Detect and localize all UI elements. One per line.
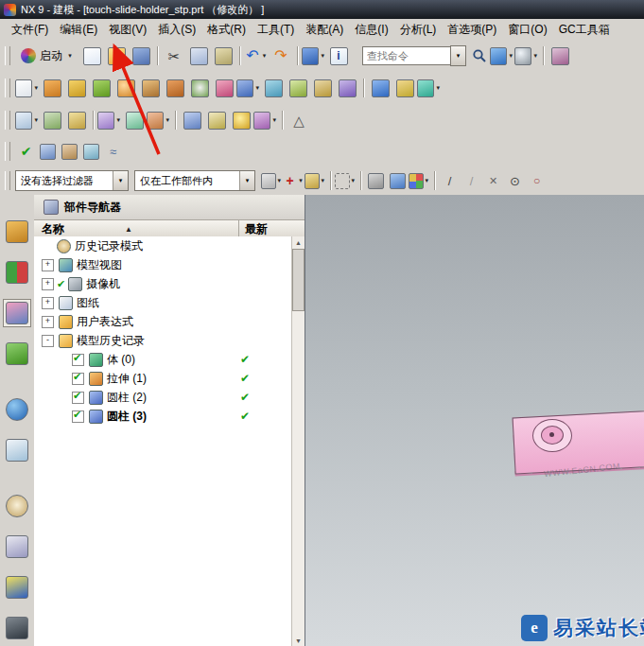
wave-link-button[interactable]: ▾ bbox=[417, 76, 442, 100]
scroll-down-icon[interactable]: ▼ bbox=[295, 635, 302, 646]
web-browser-tab[interactable] bbox=[3, 436, 31, 464]
toolbar-grip[interactable] bbox=[5, 171, 10, 190]
scrollbar-thumb[interactable] bbox=[292, 249, 305, 311]
information-button[interactable]: i bbox=[326, 44, 351, 68]
toolbar-grip[interactable] bbox=[5, 111, 10, 130]
tree-row[interactable]: - 模型历史记录 bbox=[34, 331, 292, 350]
history-tab[interactable] bbox=[3, 492, 31, 520]
menu-item[interactable]: 分析(L) bbox=[394, 20, 443, 40]
column-latest[interactable]: 最新 bbox=[238, 220, 268, 237]
menu-item[interactable]: 文件(F) bbox=[6, 20, 54, 40]
filter-face-button[interactable]: ▾ bbox=[261, 170, 283, 192]
expand-toggle[interactable] bbox=[59, 411, 69, 422]
deviation-gauge-button[interactable] bbox=[37, 141, 59, 163]
tree-row[interactable]: 历史记录模式 bbox=[34, 236, 292, 255]
tree-row[interactable]: + 图纸 bbox=[34, 293, 292, 312]
menu-item[interactable]: 信息(I) bbox=[349, 20, 393, 40]
scroll-up-icon[interactable]: ▲ bbox=[295, 236, 302, 248]
move-face-button[interactable]: ▾ bbox=[147, 108, 171, 132]
display-mode-button[interactable] bbox=[180, 108, 204, 132]
column-name[interactable]: 名称 bbox=[34, 221, 64, 237]
revolve-button[interactable] bbox=[163, 76, 187, 100]
graphics-area[interactable]: WWW.EaCN.COM e 易采站长站 bbox=[305, 195, 644, 646]
expand-toggle[interactable]: - bbox=[42, 335, 54, 347]
menu-item[interactable]: 工具(T) bbox=[252, 20, 300, 40]
reuse-library-tab[interactable] bbox=[3, 340, 31, 368]
datum-plane-button[interactable]: ▾ bbox=[15, 108, 40, 132]
expand-toggle[interactable] bbox=[59, 393, 69, 403]
highlight-button[interactable]: ▾ bbox=[305, 170, 326, 192]
part-plate[interactable] bbox=[513, 410, 644, 475]
cut-button[interactable]: ✂ bbox=[162, 44, 186, 68]
snap-points-button[interactable]: ▾ bbox=[409, 170, 430, 192]
toolbar-grip[interactable] bbox=[5, 46, 10, 65]
menu-item[interactable]: 装配(A) bbox=[300, 20, 349, 40]
cylinder-button[interactable] bbox=[64, 76, 89, 100]
menu-item[interactable]: GC工具箱 bbox=[553, 20, 616, 40]
snap-quadrant-button[interactable]: ○ bbox=[526, 170, 548, 192]
undo-button[interactable]: ↶ ▾ bbox=[244, 44, 269, 68]
expand-toggle[interactable]: + bbox=[42, 297, 54, 309]
assembly-navigator-tab[interactable] bbox=[3, 218, 31, 246]
cone-button[interactable] bbox=[89, 76, 113, 100]
snap-end-button[interactable]: / bbox=[439, 170, 461, 192]
selection-filter-combo[interactable]: 没有选择过滤器 ▾ bbox=[15, 170, 129, 191]
sketch-button[interactable]: ▾ bbox=[15, 76, 40, 100]
toolbar-grip[interactable] bbox=[5, 142, 10, 161]
section-analysis-button[interactable] bbox=[59, 141, 80, 163]
open-button[interactable] bbox=[104, 44, 129, 68]
process-studio-tab[interactable] bbox=[3, 533, 31, 561]
copy-button[interactable] bbox=[186, 44, 211, 68]
assembly-constraints-button[interactable] bbox=[368, 76, 392, 100]
command-search-input[interactable] bbox=[362, 46, 450, 65]
menu-item[interactable]: 格式(R) bbox=[201, 20, 252, 40]
expand-toggle[interactable] bbox=[42, 241, 52, 252]
start-menu-button[interactable]: 启动 ▾ bbox=[15, 44, 79, 68]
trim-body-button[interactable] bbox=[335, 76, 359, 100]
show-wireframe-button[interactable] bbox=[387, 170, 409, 192]
measure-angle-button[interactable] bbox=[122, 108, 147, 132]
menu-item[interactable]: 视图(V) bbox=[103, 20, 152, 40]
reflection-analysis-button[interactable] bbox=[80, 141, 102, 163]
curve-analysis-button[interactable]: ≈ bbox=[102, 141, 124, 163]
chevron-down-icon[interactable]: ▾ bbox=[239, 171, 254, 190]
roles-tab[interactable] bbox=[3, 614, 31, 642]
measure-distance-button[interactable]: ▾ bbox=[97, 108, 122, 132]
chamfer-button[interactable] bbox=[286, 76, 310, 100]
shell-button[interactable] bbox=[310, 76, 335, 100]
redo-button[interactable]: ↷ bbox=[269, 44, 293, 68]
constraint-navigator-tab[interactable] bbox=[3, 258, 31, 287]
toolbar-grip[interactable] bbox=[5, 79, 10, 97]
edit-section-button[interactable] bbox=[548, 44, 572, 68]
tree-row[interactable]: + 用户表达式 bbox=[34, 312, 292, 331]
suppress-checkbox[interactable]: ✔ bbox=[72, 392, 84, 404]
chevron-down-icon[interactable]: ▾ bbox=[113, 171, 128, 190]
tree-row[interactable]: ✔ 拉伸 (1) ✔ bbox=[34, 369, 292, 388]
navigator-scrollbar[interactable]: ▲ ▼ bbox=[291, 236, 305, 646]
snap-mid-button[interactable]: / bbox=[461, 170, 482, 192]
reset-layout-button[interactable]: ▾ bbox=[490, 44, 514, 68]
sort-ascending-icon[interactable]: ▲ bbox=[125, 225, 132, 234]
snap-angle-button[interactable]: △ bbox=[287, 108, 311, 132]
part-navigator-tab[interactable] bbox=[3, 299, 31, 327]
layer-settings-button[interactable] bbox=[204, 108, 229, 132]
expand-toggle[interactable]: + bbox=[42, 259, 54, 271]
snap-center-button[interactable]: ⊙ bbox=[504, 170, 526, 192]
tree-row[interactable]: + 模型视图 bbox=[34, 255, 292, 274]
new-part-button[interactable] bbox=[79, 44, 104, 68]
paste-button[interactable] bbox=[211, 44, 235, 68]
hd3d-tools-tab[interactable] bbox=[3, 395, 31, 424]
suppress-checkbox[interactable]: ✔ bbox=[72, 373, 84, 385]
menu-item[interactable]: 编辑(E) bbox=[54, 20, 103, 40]
move-component-button[interactable] bbox=[392, 76, 417, 100]
save-button[interactable] bbox=[129, 44, 153, 68]
suppress-checkbox[interactable]: ✔ bbox=[72, 410, 84, 423]
search-button[interactable] bbox=[469, 45, 490, 66]
show-shaded-button[interactable] bbox=[365, 170, 387, 192]
pattern-feature-button[interactable] bbox=[212, 76, 236, 100]
tree-row[interactable]: ✔ 圆柱 (3) ✔ bbox=[34, 407, 292, 426]
menu-item[interactable]: 首选项(P) bbox=[442, 20, 502, 40]
sphere-button[interactable] bbox=[113, 76, 138, 100]
add-to-selection-button[interactable]: + ▾ bbox=[283, 170, 305, 192]
tree-row[interactable]: ✔ 体 (0) ✔ bbox=[34, 350, 292, 369]
